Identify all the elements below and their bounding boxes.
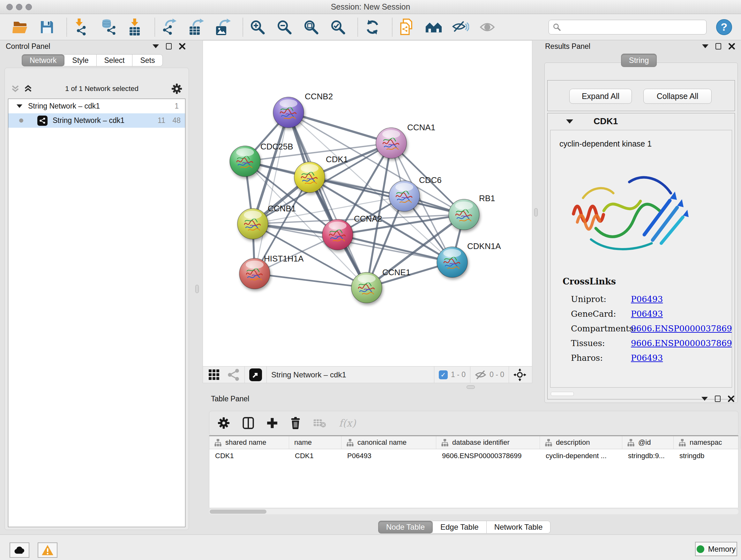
crosslink-link[interactable]: 9606.ENSP00000378699 (631, 338, 732, 348)
table-cell[interactable]: P06493 (341, 449, 436, 462)
column-header[interactable]: @id (622, 436, 674, 449)
expand-all-button[interactable]: Expand All (569, 89, 632, 104)
bottom-splitter-handle[interactable] (467, 385, 475, 389)
show-all-icon[interactable] (479, 18, 496, 36)
selected-checkbox[interactable]: ✓ (439, 370, 448, 379)
zoom-selected-icon[interactable] (329, 18, 347, 36)
tab-select[interactable]: Select (97, 54, 133, 66)
gear-icon[interactable] (172, 83, 182, 94)
add-column-icon[interactable] (267, 418, 278, 428)
node-CCNB1[interactable]: CCNB1 (238, 204, 296, 239)
column-header[interactable]: namespac (674, 436, 741, 449)
import-table-from-file-icon[interactable] (126, 18, 144, 36)
detach-view-icon[interactable] (249, 368, 262, 381)
panel-float-icon[interactable] (166, 43, 172, 50)
zoom-fit-icon[interactable] (302, 18, 320, 36)
crosslink-link[interactable]: P06493 (631, 309, 663, 319)
session-documents-icon[interactable] (398, 18, 415, 36)
table-row[interactable]: CDK1CDK1P064939606.ENSP00000378699cyclin… (209, 449, 738, 462)
export-image-icon[interactable] (214, 18, 232, 36)
export-network-icon[interactable] (161, 18, 178, 36)
column-header[interactable]: canonical name (341, 436, 436, 449)
hidden-eye-icon[interactable] (475, 370, 486, 380)
entry-name: CDK1 (594, 116, 618, 126)
column-header[interactable]: name (289, 436, 341, 449)
zoom-in-icon[interactable] (249, 18, 266, 36)
network-row[interactable]: String Network – cdk1 11 48 (8, 113, 185, 128)
panel-menu-icon[interactable] (152, 44, 159, 48)
memory-button[interactable]: Memory (695, 542, 737, 556)
search-input[interactable] (563, 23, 697, 31)
node-CDKN1A[interactable]: CDKN1A (437, 241, 501, 277)
column-header-label: namespac (690, 438, 722, 447)
import-network-from-database-icon[interactable] (99, 18, 117, 36)
search-icon (553, 23, 561, 31)
tab-node-table[interactable]: Node Table (378, 521, 433, 534)
save-session-icon[interactable] (38, 18, 56, 36)
tab-network-table[interactable]: Network Table (487, 521, 551, 534)
tab-edge-table[interactable]: Edge Table (433, 521, 487, 534)
panel-float-icon[interactable] (715, 395, 721, 402)
tab-network[interactable]: Network (22, 54, 64, 66)
edge-CCNB2-HIST1H1A[interactable] (255, 112, 288, 273)
expand-all-icon[interactable] (24, 84, 32, 93)
table-cell[interactable]: CDK1 (209, 449, 289, 462)
entry-description: cyclin-dependent kinase 1 (550, 130, 732, 148)
panel-close-icon[interactable] (179, 43, 186, 50)
tab-string[interactable]: String (621, 54, 657, 67)
crosslink-link[interactable]: P06493 (631, 294, 663, 304)
network-canvas[interactable]: CCNB2CCNA1CDC25BCDK1CDC6RB1CCNB1CCNA2CDK… (203, 41, 532, 366)
node-HIST1H1A[interactable]: HIST1H1A (239, 254, 304, 289)
cloud-status-button[interactable] (10, 543, 29, 558)
tab-style[interactable]: Style (64, 54, 96, 66)
panel-float-icon[interactable] (716, 43, 721, 50)
column-header[interactable]: database identifier (436, 436, 540, 449)
collection-caret-icon[interactable] (17, 105, 22, 108)
panel-menu-icon[interactable] (702, 44, 709, 48)
table-cell[interactable]: CDK1 (289, 449, 341, 462)
grid-view-icon[interactable] (208, 369, 220, 381)
network-overview-icon[interactable] (227, 368, 240, 381)
panel-close-icon[interactable] (728, 395, 735, 402)
node-RB1[interactable]: RB1 (449, 193, 495, 230)
entry-header[interactable]: CDK1 (548, 113, 735, 129)
warnings-button[interactable] (38, 543, 57, 558)
refresh-icon[interactable] (364, 18, 381, 36)
hide-selected-icon[interactable] (452, 18, 469, 36)
zoom-out-icon[interactable] (276, 18, 293, 36)
import-network-from-file-icon[interactable] (73, 18, 90, 36)
column-header-label: @id (638, 438, 651, 447)
crosslink-link[interactable]: 9606.ENSP00000378699 (631, 324, 732, 333)
delete-column-icon[interactable] (290, 417, 300, 429)
network-collection-row[interactable]: String Network – cdk1 1 (8, 99, 185, 113)
column-header[interactable]: shared name (209, 436, 289, 449)
edge-CCNB2-CCNA1[interactable] (288, 112, 391, 143)
panel-close-icon[interactable] (728, 43, 735, 50)
footer-separator (509, 367, 509, 383)
table-cell[interactable]: stringdb:9... (622, 449, 674, 462)
node-CCNA1[interactable]: CCNA1 (376, 123, 435, 159)
first-neighbors-icon[interactable] (425, 18, 442, 36)
collapse-all-icon[interactable] (11, 84, 19, 93)
table-cell[interactable]: cyclin-dependent ... (540, 449, 622, 462)
open-session-icon[interactable] (11, 18, 29, 36)
show-columns-icon[interactable] (243, 417, 254, 429)
left-splitter-handle[interactable] (195, 285, 199, 293)
column-header[interactable]: description (540, 436, 622, 449)
fit-content-icon[interactable] (514, 368, 526, 381)
table-settings-gear-icon[interactable] (218, 417, 230, 429)
export-table-icon[interactable] (188, 18, 205, 36)
tab-sets[interactable]: Sets (132, 54, 163, 66)
collapse-all-button[interactable]: Collapse All (643, 89, 712, 104)
table-cell[interactable]: stringdb (674, 449, 741, 462)
crosslink-link[interactable]: P06493 (631, 353, 663, 363)
edge-HIST1H1A-CCNE1[interactable] (255, 273, 367, 288)
help-button[interactable]: ? (716, 19, 732, 35)
delete-table-icon-disabled (313, 418, 326, 428)
right-splitter-handle[interactable] (534, 208, 538, 216)
table-cell[interactable]: 9606.ENSP00000378699 (436, 449, 540, 462)
panel-menu-icon[interactable] (701, 397, 708, 401)
scrollbar-thumb[interactable] (210, 509, 266, 514)
entry-caret-icon[interactable] (566, 119, 573, 124)
table-h-scrollbar[interactable] (209, 509, 738, 514)
